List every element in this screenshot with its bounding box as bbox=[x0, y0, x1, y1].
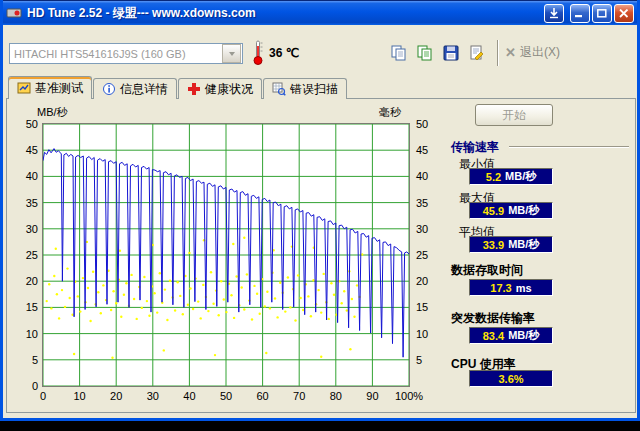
tab-error-scan[interactable]: 错误扫描 bbox=[263, 78, 347, 99]
drive-select[interactable]: HITACHI HTS541616J9S (160 GB) bbox=[9, 43, 243, 64]
temperature-value: 36 ℃ bbox=[269, 46, 299, 60]
left-axis-title: MB/秒 bbox=[37, 105, 68, 120]
app-icon bbox=[6, 5, 22, 21]
tab-benchmark[interactable]: 基准测试 bbox=[8, 76, 92, 99]
burst-rate-value-box: 83.4MB/秒 bbox=[469, 327, 553, 344]
thermometer-icon bbox=[252, 39, 264, 70]
start-button[interactable]: 开始 bbox=[475, 104, 553, 126]
group-divider bbox=[509, 146, 629, 148]
tab-page-benchmark: MB/秒 毫秒 50454035302520151050 50454035302… bbox=[6, 98, 636, 413]
copy-image-button[interactable] bbox=[413, 41, 437, 65]
tab-strip: 基准测试 信息详情 健康状况 错误扫描 bbox=[8, 76, 348, 99]
right-axis-title: 毫秒 bbox=[379, 105, 401, 120]
x-axis-labels: 0102030405060708090100% bbox=[43, 390, 411, 404]
minimize-button[interactable] bbox=[570, 4, 590, 23]
access-time-label: 数据存取时间 bbox=[451, 262, 523, 279]
max-value-box: 45.9MB/秒 bbox=[469, 202, 553, 219]
toolbar-separator bbox=[497, 40, 499, 66]
exit-cross-icon: ✕ bbox=[505, 46, 516, 59]
scan-magnifier-icon bbox=[272, 82, 286, 96]
avg-value-box: 33.9MB/秒 bbox=[469, 236, 553, 253]
benchmark-icon bbox=[17, 81, 31, 95]
min-value-box: 5.2MB/秒 bbox=[469, 168, 553, 185]
burst-rate-label: 突发数据传输率 bbox=[451, 310, 535, 327]
y-axis-left-labels: 50454035302520151050 bbox=[9, 124, 40, 386]
close-button[interactable] bbox=[614, 4, 634, 23]
health-cross-icon bbox=[187, 82, 201, 96]
save-button[interactable] bbox=[439, 41, 463, 65]
access-time-value-box: 17.3ms bbox=[469, 279, 553, 296]
tab-health[interactable]: 健康状况 bbox=[178, 78, 262, 99]
drive-select-value: HITACHI HTS541616J9S (160 GB) bbox=[10, 48, 222, 60]
info-icon bbox=[102, 82, 116, 96]
copy-button[interactable] bbox=[387, 41, 411, 65]
y-axis-right-labels: 5045403530252015105 bbox=[413, 124, 443, 386]
maximize-button[interactable] bbox=[592, 4, 612, 23]
chevron-down-icon[interactable] bbox=[222, 44, 241, 63]
benchmark-chart bbox=[42, 123, 410, 387]
exit-button[interactable]: ✕ 退出(X) bbox=[505, 44, 560, 61]
tab-info[interactable]: 信息详情 bbox=[93, 78, 177, 99]
download-button[interactable] bbox=[544, 4, 564, 23]
transfer-rate-group-label: 传输速率 bbox=[451, 139, 499, 156]
app-window: HD Tune 2.52 - 绿盟--- www.xdowns.com HITA… bbox=[0, 0, 640, 421]
cpu-usage-value-box: 3.6% bbox=[469, 370, 553, 387]
client-area: HITACHI HTS541616J9S (160 GB) 36 ℃ ✕ 退出(… bbox=[3, 25, 637, 418]
window-title: HD Tune 2.52 - 绿盟--- www.xdowns.com bbox=[27, 5, 542, 22]
exit-label: 退出(X) bbox=[520, 44, 560, 61]
titlebar[interactable]: HD Tune 2.52 - 绿盟--- www.xdowns.com bbox=[3, 0, 637, 25]
report-button[interactable] bbox=[465, 41, 489, 65]
